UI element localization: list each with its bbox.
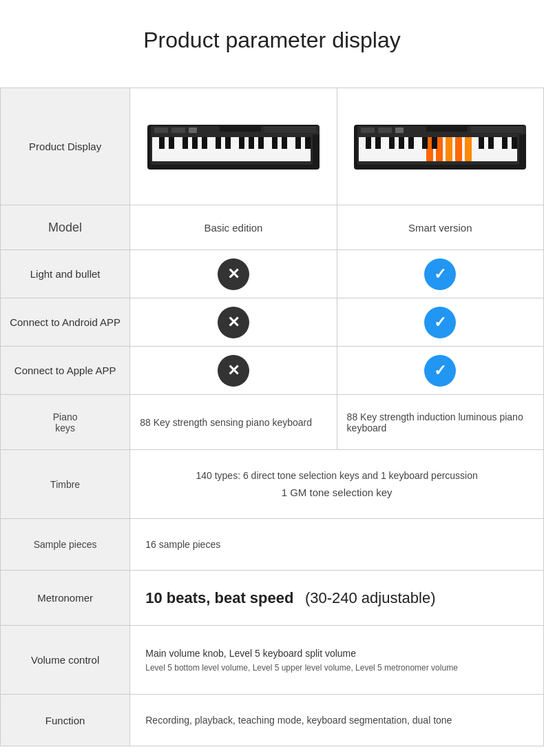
label-text: Connect to Apple APP: [14, 365, 116, 376]
metronome-row: Metronomer 10 beats, beat speed (30-240 …: [1, 571, 544, 626]
svg-rect-47: [361, 127, 375, 133]
svg-rect-49: [395, 127, 404, 133]
svg-rect-38: [399, 137, 404, 149]
x-icon-android-basic: ✕: [218, 307, 249, 338]
svg-rect-14: [272, 137, 278, 149]
svg-rect-17: [305, 137, 311, 149]
label-text: Sample pieces: [34, 539, 97, 550]
svg-rect-6: [182, 137, 188, 149]
product-display-label: Product Display: [1, 88, 130, 205]
page-title: Product parameter display: [0, 0, 544, 88]
x-symbol: ✕: [227, 314, 240, 331]
function-label: Function: [1, 695, 130, 746]
check-symbol: ✓: [434, 265, 446, 283]
check-icon-light-bullet-smart: ✓: [424, 258, 456, 290]
metronome-value: 10 beats, beat speed (30-240 adjustable): [130, 571, 544, 626]
label-text: Connect to Android APP: [10, 316, 121, 328]
light-bullet-basic: ✕: [130, 250, 337, 298]
x-icon-apple-basic: ✕: [218, 355, 249, 387]
volume-value: Main volume knob, Level 5 keyboard split…: [130, 626, 544, 695]
svg-rect-4: [159, 137, 165, 149]
timbre-line2: 1 GM tone selection key: [136, 487, 538, 498]
android-label: Connect to Android APP: [1, 298, 130, 347]
light-bullet-label: Light and bullet: [1, 250, 130, 298]
metronome-main-text: 10 beats, beat speed: [145, 589, 293, 606]
timbre-row: Timbre 140 types: 6 direct tone selectio…: [1, 450, 544, 519]
apple-basic: ✕: [130, 347, 337, 395]
svg-rect-20: [171, 127, 185, 133]
piano-keys-smart-value: 88 Key strength induction luminous piano…: [337, 395, 543, 450]
product-display-row: Product Display: [1, 88, 544, 205]
svg-rect-19: [154, 127, 168, 133]
volume-line1-text: Main volume knob, Level 5 keyboard split…: [145, 648, 528, 659]
label-text: Metronomer: [37, 592, 93, 604]
function-value: Recording, playback, teaching mode, keyb…: [130, 695, 544, 746]
label-text: Function: [45, 715, 85, 726]
svg-rect-33: [455, 137, 462, 161]
product-display-basic: [130, 88, 337, 205]
keyboard-smart-img: [351, 111, 530, 180]
piano-keys-label: Piano keys: [1, 395, 130, 450]
sample-text: 16 sample pieces: [145, 539, 220, 550]
check-icon-android-smart: ✓: [424, 307, 456, 338]
x-icon-light-bullet-basic: ✕: [218, 258, 249, 290]
svg-rect-12: [249, 137, 254, 149]
svg-rect-37: [389, 137, 395, 149]
volume-row: Volume control Main volume knob, Level 5…: [1, 626, 544, 695]
svg-rect-43: [488, 137, 494, 149]
piano-keys-row: Piano keys 88 Key strength sensing piano…: [1, 395, 544, 450]
function-row: Function Recording, playback, teaching m…: [1, 695, 544, 746]
label-text: Timbre: [50, 479, 80, 490]
keyboard-basic-img: [144, 111, 323, 180]
check-symbol: ✓: [434, 362, 446, 380]
metronome-sub-text: (30-240 adjustable): [305, 589, 436, 606]
svg-rect-32: [446, 137, 452, 161]
svg-rect-41: [432, 137, 437, 149]
svg-rect-48: [378, 127, 392, 133]
timbre-line1: 140 types: 6 direct tone selection keys …: [136, 470, 538, 481]
piano-keys-smart-text: 88 Key strength induction luminous piano…: [347, 411, 523, 433]
model-label: Model: [1, 205, 130, 250]
product-display-smart: [337, 88, 543, 205]
x-symbol: ✕: [227, 265, 240, 283]
smart-model-text: Smart version: [408, 222, 472, 234]
light-bullet-row: Light and bullet ✕ ✓: [1, 250, 544, 298]
label-text: Product Display: [29, 141, 101, 152]
piano-keys-basic-value: 88 Key strength sensing piano keyboard: [130, 395, 337, 450]
timbre-label: Timbre: [1, 450, 130, 519]
check-symbol: ✓: [434, 314, 446, 331]
android-basic: ✕: [130, 298, 337, 347]
svg-rect-45: [512, 137, 517, 149]
apple-row: Connect to Apple APP ✕ ✓: [1, 347, 544, 395]
svg-rect-34: [465, 137, 472, 161]
svg-rect-39: [408, 137, 414, 149]
svg-rect-10: [225, 137, 231, 149]
volume-line2-text: Level 5 bottom level volume, Level 5 upp…: [145, 663, 528, 673]
svg-rect-13: [258, 137, 264, 149]
check-icon-apple-smart: ✓: [424, 355, 456, 387]
model-smart-value: Smart version: [337, 205, 543, 250]
svg-rect-44: [502, 137, 508, 149]
label-text: Volume control: [31, 654, 99, 666]
android-row: Connect to Android APP ✕ ✓: [1, 298, 544, 347]
svg-rect-21: [189, 127, 197, 133]
svg-rect-8: [202, 137, 207, 149]
label-line2: keys: [55, 422, 75, 433]
svg-rect-9: [216, 137, 221, 149]
comparison-table: Product Display: [0, 88, 544, 746]
timbre-value: 140 types: 6 direct tone selection keys …: [130, 450, 544, 519]
label-text: Light and bullet: [30, 268, 101, 280]
sample-label: Sample pieces: [1, 519, 130, 571]
svg-rect-7: [192, 137, 198, 149]
svg-rect-36: [375, 137, 381, 149]
basic-model-text: Basic edition: [204, 222, 262, 234]
android-smart: ✓: [337, 298, 543, 347]
x-symbol: ✕: [227, 362, 240, 380]
model-basic-value: Basic edition: [130, 205, 337, 250]
sample-value: 16 sample pieces: [130, 519, 544, 571]
function-text: Recording, playback, teaching mode, keyb…: [145, 715, 452, 726]
apple-label: Connect to Apple APP: [1, 347, 130, 395]
svg-rect-42: [479, 137, 484, 149]
light-bullet-smart: ✓: [337, 250, 543, 298]
svg-rect-16: [295, 137, 301, 149]
